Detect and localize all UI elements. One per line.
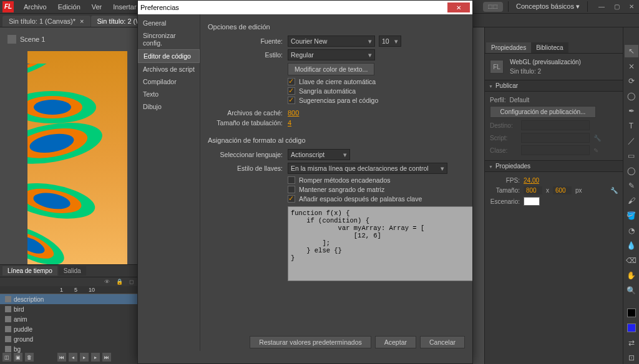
section-publish[interactable]: Publicar — [485, 80, 623, 92]
eye-icon[interactable]: 👁 — [104, 279, 110, 285]
tab-timeline[interactable]: Línea de tiempo — [2, 266, 57, 275]
layer-puddle[interactable]: puddle — [0, 324, 137, 334]
dialog-title: Preferencias — [140, 4, 179, 11]
tool-column: ↖ ⨯ ⟳ ◯ ✒ T ／ ▭ ◯ ✎ 🖌 🪣 ◔ 💧 ⌫ ✋ 🔍 ⇄ ⊡ — [623, 27, 639, 364]
dialog-titlebar[interactable]: Preferencias ✕ — [138, 1, 472, 14]
pencil-icon: ✎ — [593, 147, 598, 154]
font-size-combo[interactable]: 10 — [379, 36, 401, 47]
transform-tool-icon[interactable]: ⟳ — [625, 75, 638, 87]
tabsize-input[interactable]: 4 — [288, 119, 291, 127]
chk-space-keyword[interactable] — [288, 195, 295, 203]
chk-autoindent[interactable] — [288, 87, 295, 95]
stage[interactable] — [27, 51, 127, 269]
zoom-tool-icon[interactable]: 🔍 — [625, 284, 638, 297]
tab-library[interactable]: Biblioteca — [531, 42, 568, 53]
chk-hints[interactable] — [288, 97, 295, 104]
layer-ground[interactable]: ground — [0, 334, 137, 344]
lock-icon[interactable]: 🔒 — [116, 279, 123, 285]
layer-bird[interactable]: bird — [0, 304, 137, 314]
layer-anim[interactable]: anim — [0, 314, 137, 324]
scene-label[interactable]: Scene 1 — [20, 36, 45, 43]
stepfwd-icon[interactable]: ▸ — [91, 353, 100, 362]
cat-code-editor[interactable]: Editor de código — [138, 49, 200, 63]
cat-general[interactable]: General — [138, 17, 200, 29]
maximize-icon[interactable]: ▢ — [609, 1, 624, 12]
play-icon[interactable]: ▸ — [80, 353, 89, 362]
bucket-tool-icon[interactable]: 🪣 — [625, 209, 638, 222]
menu-edit[interactable]: Edición — [53, 2, 85, 12]
layer-description[interactable]: description — [0, 294, 137, 304]
fps-value[interactable]: 24,00 — [524, 177, 539, 184]
section-properties[interactable]: Propiedades — [485, 160, 623, 172]
cat-compiler[interactable]: Compilador — [138, 75, 200, 88]
cat-drawing[interactable]: Dibujo — [138, 100, 200, 113]
doc-name: Sin título: 2 — [510, 68, 581, 75]
tab-properties[interactable]: Propiedades — [486, 42, 531, 53]
hand-tool-icon[interactable]: ✋ — [625, 269, 638, 282]
tab-close-icon[interactable]: × — [80, 17, 84, 25]
frame-ruler[interactable]: 1 5 10 — [0, 286, 137, 294]
minimize-icon[interactable]: — — [594, 1, 609, 12]
svg-point-2 — [34, 100, 71, 115]
end-icon[interactable]: ⏭ — [102, 353, 111, 362]
doc-tab-1[interactable]: Sin título: 1 (Canvas)* × — [2, 16, 90, 27]
selection-tool-icon[interactable]: ↖ — [625, 45, 638, 57]
lasso-tool-icon[interactable]: ◯ — [625, 90, 638, 102]
cancel-button[interactable]: Cancelar — [420, 336, 465, 348]
brace-style-combo[interactable]: En la misma línea que declaraciones de c… — [288, 163, 447, 174]
text-tool-icon[interactable]: T — [625, 120, 638, 132]
outline-icon[interactable]: ◻ — [129, 279, 134, 285]
text-color-button[interactable]: Modificar color de texto... — [288, 63, 374, 75]
publish-settings-button[interactable]: Configuración de publicación... — [490, 106, 596, 118]
new-layer-icon[interactable]: ◫ — [2, 353, 11, 362]
chk-break-chained[interactable] — [288, 176, 295, 184]
clapper-icon[interactable] — [7, 35, 16, 44]
snap-icon[interactable]: ⊡ — [625, 352, 638, 364]
cat-script-files[interactable]: Archivos de script — [138, 63, 200, 75]
line-tool-icon[interactable]: ／ — [625, 135, 638, 147]
fill-color-icon[interactable] — [625, 322, 638, 334]
wrench-icon[interactable]: 🔧 — [610, 187, 618, 194]
new-folder-icon[interactable]: ▣ — [14, 353, 22, 362]
app-logo: FL — [2, 1, 14, 12]
tab-output[interactable]: Salida — [59, 266, 86, 275]
rect-tool-icon[interactable]: ▭ — [625, 150, 638, 162]
eyedropper-tool-icon[interactable]: 💧 — [625, 239, 638, 252]
ink-tool-icon[interactable]: ◔ — [625, 224, 638, 237]
wrench-icon: 🔧 — [593, 135, 601, 141]
workspace-switcher[interactable]: Conceptos básicos ▾ — [508, 1, 588, 12]
prefs-category-list: General Sincronizar config. Editor de có… — [138, 14, 200, 351]
chk-autoclose[interactable] — [288, 78, 295, 85]
peacock-art — [27, 64, 127, 269]
brush-tool-icon[interactable]: 🖌 — [625, 194, 638, 207]
stepback-icon[interactable]: ◂ — [69, 353, 77, 362]
menu-insert[interactable]: Insertar — [108, 2, 141, 12]
cat-sync[interactable]: Sincronizar config. — [138, 29, 200, 49]
chk-matrix-indent[interactable] — [288, 186, 295, 193]
rewind-icon[interactable]: ⏮ — [57, 353, 66, 362]
stage-color-swatch[interactable] — [524, 197, 540, 206]
swap-colors-icon[interactable]: ⇄ — [625, 337, 638, 349]
prefs-content: Opciones de edición Fuente: Courier New … — [200, 14, 472, 351]
pencil-tool-icon[interactable]: ✎ — [625, 180, 638, 192]
delete-layer-icon[interactable]: 🗑 — [25, 353, 34, 362]
font-combo[interactable]: Courier New — [288, 36, 375, 47]
dialog-close-button[interactable]: ✕ — [447, 2, 470, 12]
stroke-color-icon[interactable] — [625, 307, 638, 319]
width-input[interactable]: 800 — [524, 186, 542, 194]
menu-view[interactable]: Ver — [87, 2, 107, 12]
essentials-icon[interactable]: ⬚⬚ — [483, 2, 503, 12]
restore-defaults-button[interactable]: Restaurar valores predeterminados — [250, 336, 371, 348]
close-icon[interactable]: ✕ — [624, 1, 639, 12]
oval-tool-icon[interactable]: ◯ — [625, 165, 638, 177]
cat-text[interactable]: Texto — [138, 88, 200, 100]
height-input[interactable]: 600 — [553, 186, 572, 194]
cache-input[interactable]: 800 — [288, 109, 299, 117]
pen-tool-icon[interactable]: ✒ — [625, 105, 638, 117]
ok-button[interactable]: Aceptar — [375, 336, 416, 348]
language-combo[interactable]: Actionscript — [288, 149, 350, 160]
menu-file[interactable]: Archivo — [19, 2, 52, 12]
style-combo[interactable]: Regular — [288, 49, 375, 60]
subselection-tool-icon[interactable]: ⨯ — [625, 60, 638, 72]
eraser-tool-icon[interactable]: ⌫ — [625, 254, 638, 267]
